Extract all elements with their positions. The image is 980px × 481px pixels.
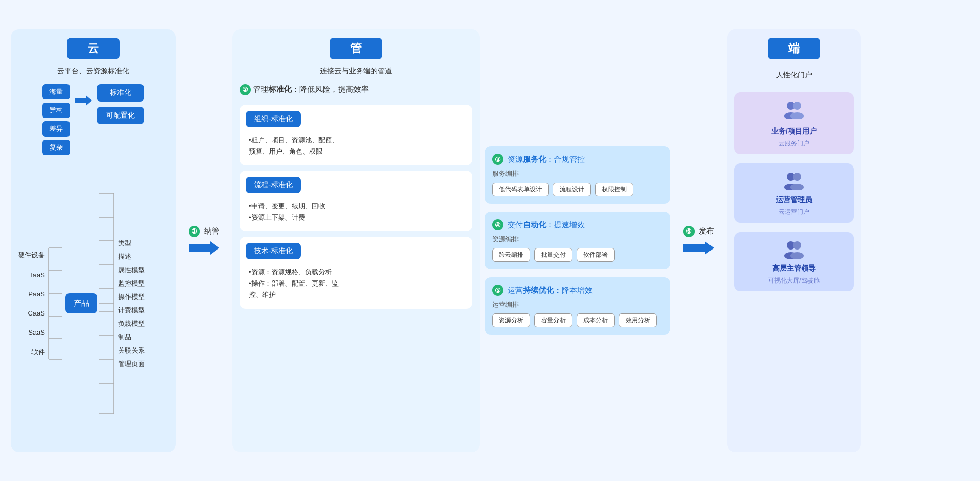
model-负载模型: 负载模型 — [118, 319, 145, 328]
arrow-right-icon — [75, 84, 92, 107]
user-sublabel-biz: 云服务门户 — [779, 139, 809, 148]
tag-差异: 差异 — [42, 121, 70, 137]
resource-service-card: ③ 资源服务化：合规管控 服务编排 低代码表单设计 流程设计 权限控制 — [485, 146, 670, 204]
guan-subtitle: 连接云与业务端的管道 — [320, 67, 392, 76]
card4-tags: 跨云编排 批量交付 软件部署 — [492, 248, 663, 262]
hw-PaaS: PaaS — [28, 290, 45, 298]
product-box: 产品 — [65, 293, 97, 313]
card3-title-text: 资源服务化：合规管控 — [508, 155, 585, 163]
tag-软件部署: 软件部署 — [577, 248, 615, 262]
card5-subtitle: 运营编排 — [492, 300, 663, 309]
tag-流程设计: 流程设计 — [553, 183, 591, 196]
product-mid: 产品 — [65, 293, 97, 313]
svg-point-31 — [793, 241, 801, 250]
user-icon-exec — [782, 238, 806, 261]
circle-2: ② — [240, 84, 251, 95]
duan-section: 端 人性化门户 业务/项目用户 云服务门户 — [727, 29, 861, 452]
tag-异构: 异构 — [42, 103, 70, 118]
model-制品: 制品 — [118, 333, 145, 342]
tech-std-body: •资源：资源规格、负载分析 •操作：部署、配置、更新、监 控、维护 — [246, 264, 466, 303]
flow-std-body: •申请、变更、续期、回收 •资源上下架、计费 — [246, 198, 466, 225]
hw-IaaS: IaaS — [31, 271, 45, 279]
user-card-ops: 运营管理员 云运营门户 — [734, 163, 854, 223]
circle-5: ⑤ — [492, 285, 503, 296]
duan-subtitle: 人性化门户 — [776, 71, 812, 80]
cloud-tree: 硬件设备 IaaS PaaS CaaS SaaS 软件 产 — [17, 163, 170, 444]
guan-right-section: ③ 资源服务化：合规管控 服务编排 低代码表单设计 流程设计 权限控制 ④ 交付… — [485, 146, 670, 335]
user-icon-biz — [782, 98, 806, 124]
circle-4: ④ — [492, 219, 503, 230]
tag-低代码表单设计: 低代码表单设计 — [492, 183, 549, 196]
circle-1: ① — [189, 226, 200, 237]
model-属性模型: 属性模型 — [118, 266, 145, 275]
cloud-left-tags: 海量 异构 差异 复杂 — [42, 84, 70, 155]
cloud-top-row: 海量 异构 差异 复杂 标准化 可配置化 — [42, 84, 144, 155]
circle-3: ③ — [492, 154, 503, 165]
svg-marker-0 — [75, 95, 92, 105]
card3-subtitle: 服务编排 — [492, 169, 663, 178]
model-关联关系: 关联关系 — [118, 346, 145, 355]
svg-point-23 — [793, 102, 801, 110]
tech-std-card: 技术-标准化 •资源：资源规格、负载分析 •操作：部署、配置、更新、监 控、维护 — [240, 237, 472, 309]
cloud-right-tags: 标准化 可配置化 — [97, 84, 144, 124]
card4-title: ④ 交付自动化：提速增效 — [492, 219, 663, 230]
delivery-auto-card: ④ 交付自动化：提速增效 资源编排 跨云编排 批量交付 软件部署 — [485, 212, 670, 269]
left-tree-lines — [48, 237, 63, 371]
guan-title: 管 — [330, 38, 382, 59]
user-card-exec: 高层主管领导 可视化大屏/驾驶舱 — [734, 232, 854, 291]
card5-title: ⑤ 运营持续优化：降本增效 — [492, 285, 663, 296]
tag-复杂: 复杂 — [42, 140, 70, 155]
card4-title-text: 交付自动化：提速增效 — [508, 220, 585, 229]
cloud-title: 云 — [67, 38, 120, 59]
tag-可配置化: 可配置化 — [97, 107, 144, 124]
arrow-nanguan: ① 纳管 — [181, 226, 227, 256]
user-sublabel-ops: 云运营门户 — [779, 208, 809, 217]
model-描述: 描述 — [118, 252, 145, 261]
model-管理页面: 管理页面 — [118, 359, 145, 369]
big-arrow-6-icon — [683, 240, 714, 256]
tech-std-header: 技术-标准化 — [246, 243, 301, 259]
org-std-body: •租户、项目、资源池、配额、 预算、用户、角色、权限 — [246, 132, 466, 159]
panel2-header-row: ② 管理标准化：降低风险，提高效率 — [240, 84, 472, 99]
hw-CaaS: CaaS — [28, 309, 45, 317]
card5-tags: 资源分析 容量分析 成本分析 效用分析 — [492, 313, 663, 327]
org-std-card: 组织-标准化 •租户、项目、资源池、配额、 预算、用户、角色、权限 — [240, 105, 472, 165]
tag-海量: 海量 — [42, 84, 70, 99]
circle-6: ⑥ — [683, 226, 695, 237]
svg-marker-20 — [189, 241, 219, 255]
tag-容量分析: 容量分析 — [534, 313, 572, 327]
hardware-col: 硬件设备 IaaS PaaS CaaS SaaS 软件 — [17, 251, 46, 357]
user-label-biz: 业务/项目用户 — [771, 127, 817, 136]
panel2-title: 管理标准化：降低风险，提高效率 — [253, 85, 369, 94]
main-diagram: 云 云平台、云资源标准化 海量 异构 差异 复杂 标准化 可配置化 硬件设备 I — [11, 14, 969, 468]
tag-成本分析: 成本分析 — [577, 313, 615, 327]
tag-权限控制: 权限控制 — [595, 183, 633, 196]
model-操作模型: 操作模型 — [118, 292, 145, 302]
user-icon-ops — [782, 170, 806, 192]
flow-std-header: 流程-标准化 — [246, 177, 301, 193]
model-计费模型: 计费模型 — [118, 306, 145, 315]
card5-title-text: 运营持续优化：降本增效 — [508, 286, 593, 294]
cloud-section: 云 云平台、云资源标准化 海量 异构 差异 复杂 标准化 可配置化 硬件设备 I — [11, 29, 176, 452]
tag-跨云编排: 跨云编排 — [492, 248, 530, 262]
fabu-label: 发布 — [699, 226, 714, 236]
model-items: 类型 描述 属性模型 监控模型 操作模型 计费模型 负载模型 制品 关联关系 管… — [117, 239, 145, 369]
tag-标准化: 标准化 — [97, 84, 144, 102]
svg-point-27 — [793, 173, 801, 181]
hw-硬件设备: 硬件设备 — [18, 251, 45, 260]
nanguan-label: 纳管 — [204, 226, 219, 236]
card4-subtitle: 资源编排 — [492, 235, 663, 244]
right-tree-lines — [99, 185, 115, 422]
tag-资源分析: 资源分析 — [492, 313, 530, 327]
tag-效用分析: 效用分析 — [619, 313, 657, 327]
card3-tags: 低代码表单设计 流程设计 权限控制 — [492, 183, 663, 196]
flow-std-card: 流程-标准化 •申请、变更、续期、回收 •资源上下架、计费 — [240, 171, 472, 231]
hw-软件: 软件 — [31, 347, 45, 357]
guan-section: 管 连接云与业务端的管道 ② 管理标准化：降低风险，提高效率 组织-标准化 •租… — [232, 29, 480, 452]
duan-title: 端 — [768, 38, 820, 59]
card3-title: ③ 资源服务化：合规管控 — [492, 154, 663, 165]
model-类型: 类型 — [118, 239, 145, 248]
arrow-fabu: ⑥ 发布 — [675, 226, 722, 256]
cloud-subtitle: 云平台、云资源标准化 — [57, 67, 129, 76]
org-std-header: 组织-标准化 — [246, 111, 301, 127]
